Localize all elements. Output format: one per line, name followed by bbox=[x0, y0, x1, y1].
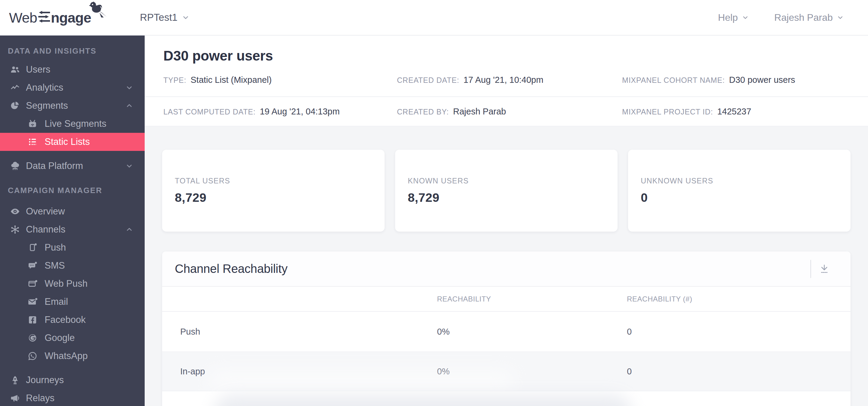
sidebar-item-analytics[interactable]: Analytics bbox=[0, 79, 145, 97]
sidebar-item-label: Users bbox=[26, 64, 50, 75]
segments-icon bbox=[9, 100, 21, 112]
meta-mixpanel-cohort-name: MIXPANEL COHORT NAME: D30 power users bbox=[622, 75, 868, 85]
sidebar-item-facebook[interactable]: Facebook bbox=[0, 311, 145, 329]
help-label: Help bbox=[718, 12, 738, 23]
stat-label: UNKNOWN USERS bbox=[641, 176, 850, 185]
meta-row-2: LAST COMPUTED DATE: 19 Aug '21, 04:13pm … bbox=[145, 96, 868, 126]
stat-cards: TOTAL USERS 8,729 KNOWN USERS 8,729 UNKN… bbox=[162, 150, 850, 232]
engage-arrows-icon bbox=[38, 10, 50, 26]
meta-value: Static List (Mixpanel) bbox=[190, 75, 272, 85]
channel-name: Push bbox=[162, 327, 437, 337]
panel-title: Channel Reachability bbox=[175, 262, 287, 276]
channels-icon bbox=[9, 224, 21, 236]
stat-label: TOTAL USERS bbox=[175, 176, 384, 185]
sidebar-item-label: Relays bbox=[26, 393, 55, 404]
relays-icon bbox=[9, 392, 21, 404]
reachability-count: 0 bbox=[627, 367, 850, 376]
sidebar-item-whatsapp[interactable]: WhatsApp bbox=[0, 347, 145, 365]
project-selector[interactable]: RPTest1 bbox=[140, 12, 190, 23]
sidebar-item-label: Static Lists bbox=[44, 136, 90, 147]
web-push-icon bbox=[27, 278, 38, 290]
meta-created-by: CREATED BY: Rajesh Parab bbox=[397, 107, 622, 116]
meta-type: TYPE: Static List (Mixpanel) bbox=[163, 75, 397, 85]
meta-value: 17 Aug '21, 10:40pm bbox=[464, 75, 544, 85]
meta-label: CREATED DATE: bbox=[397, 76, 459, 84]
sidebar-item-push[interactable]: Push bbox=[0, 239, 145, 257]
meta-value: 19 Aug '21, 04:13pm bbox=[260, 107, 340, 116]
table-row-in-app: In-app 0% 0 bbox=[162, 351, 850, 391]
panel-header: Channel Reachability bbox=[162, 251, 850, 287]
facebook-icon bbox=[27, 314, 38, 326]
reachability-count: 0 bbox=[627, 327, 850, 337]
stat-value: 8,729 bbox=[408, 191, 618, 205]
topbar: Web ngage bbox=[0, 0, 868, 36]
sidebar-item-google[interactable]: Google bbox=[0, 329, 145, 347]
meta-value: D30 power users bbox=[729, 75, 795, 85]
user-menu[interactable]: Rajesh Parab bbox=[774, 12, 844, 23]
chevron-down-icon bbox=[125, 84, 133, 92]
sidebar-item-data-platform[interactable]: Data Platform bbox=[0, 157, 145, 175]
push-icon bbox=[27, 242, 38, 253]
stat-label: KNOWN USERS bbox=[408, 176, 618, 185]
logo-text-web: Web bbox=[9, 9, 37, 26]
sidebar-item-sms[interactable]: SMS bbox=[0, 257, 145, 275]
meta-label: CREATED BY: bbox=[397, 107, 449, 116]
stat-card-known-users: KNOWN USERS 8,729 bbox=[395, 150, 618, 232]
sidebar-item-overview[interactable]: Overview bbox=[0, 202, 145, 221]
logo-text-engage: ngage bbox=[51, 9, 91, 26]
meta-label: MIXPANEL COHORT NAME: bbox=[622, 76, 725, 84]
sidebar-item-relays[interactable]: Relays bbox=[0, 389, 145, 406]
chevron-up-icon bbox=[125, 102, 133, 110]
sidebar-item-live-segments[interactable]: Live Segments bbox=[0, 115, 145, 133]
sidebar-item-label: SMS bbox=[44, 260, 65, 271]
meta-value: Rajesh Parab bbox=[453, 107, 506, 116]
column-reachability-count: REACHABILITY (#) bbox=[627, 295, 850, 303]
overview-icon bbox=[9, 205, 21, 217]
table-row-push: Push 0% 0 bbox=[162, 312, 850, 351]
meta-value: 1425237 bbox=[717, 107, 751, 116]
users-icon bbox=[9, 64, 21, 76]
sidebar-item-label: Channels bbox=[26, 224, 65, 235]
sidebar-item-static-lists[interactable]: Static Lists bbox=[0, 133, 145, 151]
sidebar-item-label: Google bbox=[44, 333, 75, 343]
meta-label: MIXPANEL PROJECT ID: bbox=[622, 107, 713, 116]
stat-card-total-users: TOTAL USERS 8,729 bbox=[162, 150, 384, 232]
stat-value: 8,729 bbox=[175, 191, 384, 205]
meta-label: LAST COMPUTED DATE: bbox=[163, 107, 255, 116]
content-area: TOTAL USERS 8,729 KNOWN USERS 8,729 UNKN… bbox=[145, 126, 868, 406]
webengage-logo[interactable]: Web ngage bbox=[9, 0, 111, 35]
divider bbox=[810, 260, 811, 278]
google-icon bbox=[27, 332, 38, 344]
sidebar-item-users[interactable]: Users bbox=[0, 61, 145, 79]
sidebar-item-label: Email bbox=[44, 296, 68, 307]
chevron-down-icon bbox=[125, 162, 133, 170]
channel-reachability-panel: Channel Reachability REACHABILITY REACHA… bbox=[162, 251, 850, 406]
table-header-row: REACHABILITY REACHABILITY (#) bbox=[162, 287, 850, 312]
page-header: D30 power users TYPE: Static List (Mixpa… bbox=[145, 36, 868, 126]
sidebar-item-journeys[interactable]: Journeys bbox=[0, 371, 145, 389]
sidebar-item-label: Overview bbox=[26, 206, 65, 217]
chevron-down-icon bbox=[182, 13, 190, 22]
help-menu[interactable]: Help bbox=[718, 12, 749, 23]
sidebar-item-label: Push bbox=[44, 242, 66, 253]
meta-created-date: CREATED DATE: 17 Aug '21, 10:40pm bbox=[397, 75, 622, 85]
reachability-value: 0% bbox=[437, 327, 627, 337]
sidebar-item-label: Segments bbox=[26, 100, 68, 111]
stat-value: 0 bbox=[641, 191, 850, 205]
sidebar-item-email[interactable]: Email bbox=[0, 293, 145, 311]
project-name: RPTest1 bbox=[140, 12, 178, 23]
meta-row-1: TYPE: Static List (Mixpanel) CREATED DAT… bbox=[145, 63, 868, 96]
sidebar-item-channels[interactable]: Channels bbox=[0, 221, 145, 239]
sidebar-item-label: Web Push bbox=[44, 278, 87, 289]
static-lists-icon bbox=[27, 136, 38, 148]
download-icon[interactable] bbox=[817, 262, 831, 276]
journeys-icon bbox=[9, 374, 21, 386]
sidebar-item-segments[interactable]: Segments bbox=[0, 97, 145, 115]
sidebar-item-label: Live Segments bbox=[44, 119, 106, 129]
sidebar: DATA AND INSIGHTS Users bbox=[0, 36, 145, 406]
loading-shimmer bbox=[213, 394, 632, 406]
email-icon bbox=[27, 296, 38, 308]
webengage-bird-icon bbox=[88, 0, 108, 20]
sidebar-item-web-push[interactable]: Web Push bbox=[0, 275, 145, 293]
data-platform-icon bbox=[9, 160, 21, 172]
